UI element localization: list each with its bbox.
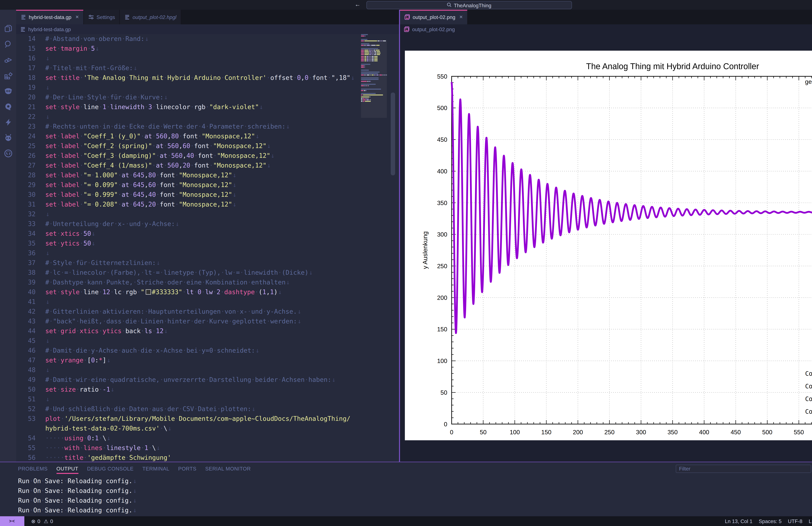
code-line[interactable]: 31set·label·"=·0.208"·at·645,20·font·"Mo… bbox=[16, 200, 399, 209]
code-line[interactable]: 14#·Abstand·vom·oberen·Rand:↓ bbox=[16, 34, 399, 44]
code-line[interactable]: 50set·size·ratio·-1↓ bbox=[16, 385, 399, 394]
code-line[interactable]: 53plot·'/Users/stefan/Library/Mobile·Doc… bbox=[16, 414, 399, 424]
code-line[interactable]: 37#·Style·für·Gitternetzlinien:↓ bbox=[16, 258, 399, 268]
editor-scrollbar[interactable] bbox=[391, 92, 395, 175]
code-line[interactable]: 21set·style·line·1·linewidth·3·linecolor… bbox=[16, 102, 399, 112]
line-number: 27 bbox=[16, 161, 35, 171]
breadcrumb-right[interactable]: output_plot-02.png bbox=[400, 24, 812, 34]
panel-tab-debug-console[interactable]: DEBUG CONSOLE bbox=[87, 462, 134, 475]
panel-tab-ports[interactable]: PORTS bbox=[178, 462, 196, 475]
panel-tab-serial-monitor[interactable]: SERIAL MONITOR bbox=[205, 462, 251, 475]
code-line[interactable]: 38#·lc·=·linecolor·(Farbe),·lt·=·linetyp… bbox=[16, 268, 399, 278]
code-line[interactable]: 54·····using·0:1·\↓ bbox=[16, 434, 399, 443]
tab-label: Settings bbox=[97, 14, 115, 20]
code-line[interactable]: 44set·grid·xtics·ytics·back·ls·12↓ bbox=[16, 326, 399, 336]
code-line[interactable]: 25set·label·"Coeff_2·(spring)"·at·560,60… bbox=[16, 141, 399, 151]
errors-count: 0 bbox=[37, 518, 40, 524]
warnings-count: 0 bbox=[50, 518, 53, 524]
panel-tab-output[interactable]: OUTPUT bbox=[56, 462, 78, 475]
code-line[interactable]: 27set·label·"Coeff_4·(1/mass)"·at·560,20… bbox=[16, 161, 399, 171]
back-arrow-icon[interactable]: ← bbox=[355, 0, 361, 10]
q-extension-icon[interactable] bbox=[0, 100, 16, 113]
indentation-status[interactable]: Spaces: 5 bbox=[759, 518, 782, 524]
github-icon[interactable] bbox=[0, 147, 16, 160]
cursor-position[interactable]: Ln 13, Col 1 bbox=[725, 518, 752, 524]
code-line[interactable]: 33#·Unterteilung·der·x-·und·y-Achse:↓ bbox=[16, 219, 399, 229]
file-icon bbox=[124, 14, 130, 20]
code-line[interactable]: 46#·Damit·die·y-Achse·auch·die·x-Achse·b… bbox=[16, 346, 399, 355]
close-icon[interactable]: ✕ bbox=[459, 15, 463, 19]
code-line[interactable]: 42#·Gitterlinien·aktivieren:·Hauptuntert… bbox=[16, 307, 399, 317]
minimap[interactable] bbox=[361, 34, 387, 462]
code-editor[interactable]: 14#·Abstand·vom·oberen·Rand:↓15set·tmarg… bbox=[16, 34, 399, 462]
code-line[interactable]: 49#·Damit·wir·eine·quadratische,·unverze… bbox=[16, 375, 399, 385]
line-number: 41 bbox=[16, 297, 35, 307]
code-line[interactable]: 47set·yrange·[0:*]↓ bbox=[16, 355, 399, 365]
code-line[interactable]: 35set·ytics·50↓ bbox=[16, 239, 399, 248]
code-line[interactable]: 20#·Der·Line·Style·für·die·Kurve:↓ bbox=[16, 92, 399, 102]
explorer-icon[interactable] bbox=[0, 23, 16, 35]
code-line[interactable]: hybrid-test-data-02-700ms.csv'·\↓ bbox=[16, 424, 399, 434]
command-center-search[interactable]: TheAnalogThing bbox=[366, 1, 572, 9]
code-line[interactable]: 23#·Rechts·unten·in·die·Ecke·die·Werte·d… bbox=[16, 122, 399, 132]
code-line[interactable]: 55·····with·lines·linestyle·1·\↓ bbox=[16, 443, 399, 453]
line-number: 51 bbox=[16, 394, 35, 404]
eol-status[interactable]: LF bbox=[809, 518, 812, 524]
code-line[interactable]: 17#·Titel·mit·Font-Größe:↓ bbox=[16, 63, 399, 73]
svg-text:550: 550 bbox=[437, 73, 447, 80]
code-line[interactable]: 48↓ bbox=[16, 365, 399, 375]
code-line[interactable]: 29set·label·"=·0.099"·at·645,60·font·"Mo… bbox=[16, 180, 399, 190]
code-line[interactable]: 30set·label·"=·0.999"·at·645,40·font·"Mo… bbox=[16, 190, 399, 200]
svg-text:0: 0 bbox=[444, 421, 447, 428]
owl-extension-icon[interactable] bbox=[0, 85, 16, 98]
tab-output_plot-02.hpgl[interactable]: output_plot-02.hpgl bbox=[120, 10, 181, 24]
code-line[interactable]: 52#·Und·schließlich·die·Daten·aus·der·CS… bbox=[16, 404, 399, 414]
line-number: 43 bbox=[16, 317, 35, 326]
code-line[interactable]: 26set·label·"Coeff_3·(damping)"·at·560,4… bbox=[16, 151, 399, 161]
code-line[interactable]: 34set·xtics·50↓ bbox=[16, 229, 399, 239]
run-debug-icon[interactable] bbox=[0, 54, 16, 66]
tab-Settings[interactable]: Settings bbox=[84, 10, 120, 24]
line-number bbox=[16, 424, 35, 434]
extensions-icon[interactable] bbox=[0, 69, 16, 82]
code-line[interactable]: 24set·label·"Coeff_1·(y_0)"·at·560,80·fo… bbox=[16, 132, 399, 141]
code-line[interactable]: 36↓ bbox=[16, 248, 399, 258]
breadcrumb-left[interactable]: hybrid-test-data.gp bbox=[16, 24, 403, 34]
code-line[interactable]: 15set·tmargin·5↓ bbox=[16, 44, 399, 54]
code-line[interactable]: 19↓ bbox=[16, 83, 399, 92]
tab-hybrid-test-data.gp[interactable]: hybrid-test-data.gp✕ bbox=[16, 10, 84, 24]
code-line[interactable]: 22↓ bbox=[16, 112, 399, 122]
color-swatch[interactable] bbox=[145, 289, 151, 295]
search-icon[interactable] bbox=[0, 38, 16, 50]
panel-tab-problems[interactable]: PROBLEMS bbox=[18, 462, 47, 475]
svg-text:450: 450 bbox=[437, 136, 447, 143]
thunder-client-icon[interactable] bbox=[0, 116, 16, 129]
code-line[interactable]: 56·····title·'gedämpfte·Schwingung' bbox=[16, 453, 399, 462]
svg-text:250: 250 bbox=[437, 263, 447, 269]
code-line[interactable]: 45↓ bbox=[16, 336, 399, 346]
code-line[interactable]: 32↓ bbox=[16, 209, 399, 219]
code-line[interactable]: 39#·Dashtype·kann·Punkte,·Striche·oder·e… bbox=[16, 278, 399, 287]
svg-text:150: 150 bbox=[437, 326, 447, 333]
panel-tab-terminal[interactable]: TERMINAL bbox=[142, 462, 170, 475]
output-filter-input[interactable] bbox=[676, 465, 811, 473]
code-line[interactable]: 41↓ bbox=[16, 297, 399, 307]
line-number: 38 bbox=[16, 268, 35, 278]
code-line[interactable]: 40set·style·line·12·lc·rgb·"#333333"·lt·… bbox=[16, 287, 399, 297]
close-icon[interactable]: ✕ bbox=[75, 15, 79, 19]
remote-indicator[interactable]: >< bbox=[0, 516, 24, 526]
code-line[interactable]: 28set·label·"=·1.000"·at·645,80·font·"Mo… bbox=[16, 171, 399, 180]
encoding-status[interactable]: UTF-8 bbox=[788, 518, 802, 524]
alien-extension-icon[interactable] bbox=[0, 132, 16, 144]
tab-bar-right: output_plot-02.png✕ bbox=[400, 10, 812, 24]
line-number: 16 bbox=[16, 54, 35, 63]
line-number: 23 bbox=[16, 122, 35, 132]
tab-output_plot-02.png[interactable]: output_plot-02.png✕ bbox=[400, 10, 468, 24]
svg-text:gedämpfte Schwingung: gedämpfte Schwingung bbox=[805, 78, 812, 85]
code-line[interactable]: 51↓ bbox=[16, 394, 399, 404]
code-line[interactable]: 43#·"back"·heißt,·dass·die·Linien·hinter… bbox=[16, 317, 399, 326]
svg-text:500: 500 bbox=[762, 429, 772, 436]
code-line[interactable]: 16↓ bbox=[16, 54, 399, 63]
code-line[interactable]: 18set·title·'The·Analog·Thing·mit·Hybrid… bbox=[16, 73, 399, 83]
problems-status[interactable]: ⊗0 ⚠0 bbox=[31, 516, 53, 526]
